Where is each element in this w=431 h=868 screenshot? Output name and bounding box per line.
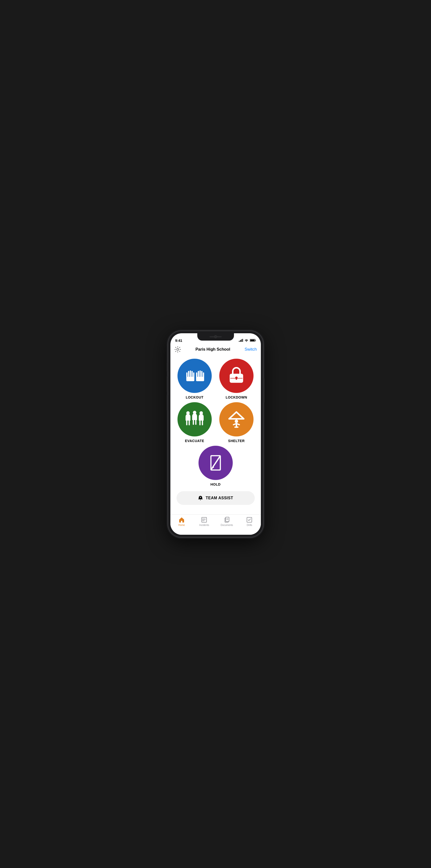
team-assist-button[interactable]: ! TEAM ASSIST — [177, 491, 255, 505]
status-icons — [239, 339, 256, 342]
svg-rect-1 — [255, 340, 256, 341]
lockout-label: LOCKOUT — [186, 395, 204, 399]
documents-icon — [224, 517, 230, 523]
shelter-label: SHELTER — [228, 439, 245, 443]
svg-point-40 — [212, 467, 214, 468]
signal-icon — [239, 339, 243, 342]
svg-rect-11 — [198, 371, 199, 378]
tab-documents-label: Documents — [220, 524, 233, 526]
tab-incidents-label: Incidents — [199, 524, 209, 526]
phone-screen: 9:41 — [171, 333, 261, 535]
tab-home-label: Home — [178, 524, 185, 526]
tab-incidents[interactable]: Incidents — [197, 517, 212, 526]
lockout-button[interactable]: LOCKOUT — [175, 359, 214, 399]
svg-text:!: ! — [200, 497, 201, 498]
hold-button[interactable]: HOLD — [198, 446, 233, 486]
alert-icon: ! — [198, 495, 203, 501]
svg-rect-15 — [196, 377, 204, 381]
mute-button — [167, 363, 168, 371]
evacuate-label: EVACUATE — [185, 439, 204, 443]
svg-rect-13 — [201, 371, 203, 378]
lockdown-circle — [219, 359, 253, 393]
phone-frame: 9:41 — [168, 331, 263, 537]
svg-marker-30 — [229, 412, 244, 419]
svg-rect-52 — [226, 517, 229, 522]
hold-label: HOLD — [211, 483, 221, 486]
power-button — [263, 378, 264, 403]
settings-button[interactable] — [174, 346, 181, 353]
svg-rect-2 — [250, 340, 254, 341]
svg-point-48 — [203, 519, 203, 519]
action-grid: LOCKOUT — [175, 359, 256, 443]
svg-point-49 — [203, 520, 203, 520]
hold-circle — [198, 446, 233, 480]
drills-icon — [246, 517, 252, 523]
tab-drills-label: Drills — [247, 524, 252, 526]
shelter-circle — [219, 402, 253, 436]
incidents-icon — [201, 517, 207, 523]
switch-button[interactable]: Switch — [244, 347, 257, 352]
svg-rect-6 — [190, 370, 191, 378]
svg-point-3 — [177, 348, 179, 350]
volume-up-button — [167, 376, 168, 392]
tab-documents[interactable]: Documents — [219, 517, 234, 526]
lockdown-button[interactable]: LOCKDOWN — [217, 359, 256, 399]
svg-point-50 — [203, 521, 203, 521]
nav-header: Paris High School Switch — [171, 344, 261, 355]
tab-home[interactable]: Home — [174, 517, 189, 526]
evacuate-button[interactable]: EVACUATE — [175, 402, 214, 443]
lockdown-label: LOCKDOWN — [226, 395, 247, 399]
shelter-button[interactable]: SHELTER — [217, 402, 256, 443]
svg-rect-12 — [199, 370, 201, 378]
tab-bar: Home Incidents — [171, 515, 261, 535]
tab-drills[interactable]: Drills — [242, 517, 257, 526]
page-title: Paris High School — [195, 347, 230, 352]
status-time: 9:41 — [175, 338, 182, 343]
svg-rect-7 — [191, 371, 193, 378]
camera — [214, 335, 217, 338]
main-content: LOCKOUT — [171, 355, 261, 515]
svg-rect-5 — [188, 371, 189, 378]
home-icon — [179, 517, 185, 523]
svg-rect-9 — [186, 377, 194, 381]
lockout-circle — [178, 359, 212, 393]
team-assist-label: TEAM ASSIST — [206, 496, 233, 500]
battery-icon — [250, 339, 256, 342]
volume-down-button — [167, 395, 168, 410]
wifi-icon — [244, 339, 248, 342]
evacuate-circle — [178, 402, 212, 436]
notch — [197, 333, 234, 341]
